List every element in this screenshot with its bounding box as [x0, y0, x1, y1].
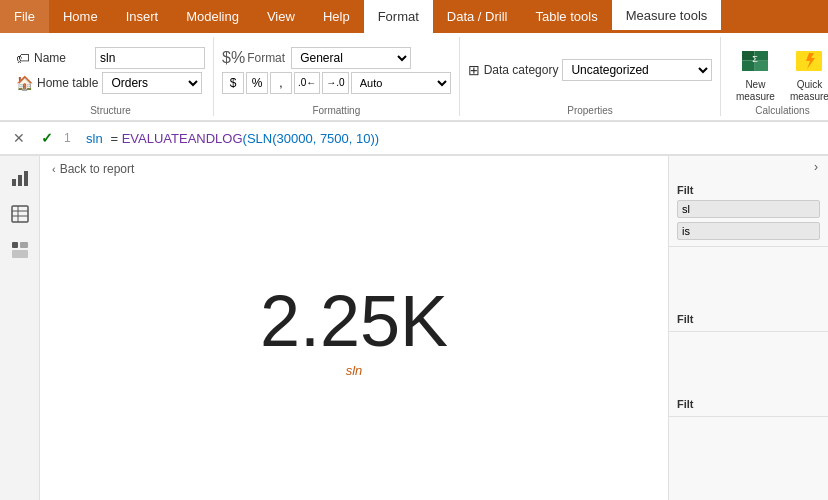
- menu-table-tools[interactable]: Table tools: [521, 0, 611, 33]
- home-table-label: 🏠 Home table: [16, 75, 98, 91]
- data-category-icon: ⊞: [468, 62, 480, 78]
- sidebar-grid-icon[interactable]: [6, 236, 34, 264]
- svg-rect-8: [18, 175, 22, 186]
- formatting-label: Formatting: [222, 103, 451, 116]
- toolbar-group-formatting: $% Format General Decimal Number Whole N…: [214, 37, 460, 116]
- filter-section-1: Filt sl is: [669, 178, 828, 247]
- quick-measure-label: Quick measure: [787, 79, 828, 103]
- cancel-formula-button[interactable]: ✕: [8, 127, 30, 149]
- svg-rect-16: [12, 250, 28, 258]
- new-measure-icon: Σ: [739, 45, 771, 77]
- filter-item-1[interactable]: sl: [677, 200, 820, 218]
- properties-label: Properties: [468, 103, 713, 116]
- sidebar-table-icon[interactable]: [6, 200, 34, 228]
- back-arrow-icon: ‹: [52, 163, 56, 175]
- formula-func: EVALUATEANDLOG: [122, 131, 243, 146]
- main-content: ‹ Back to report 2.25K sln: [40, 156, 668, 500]
- comma-button[interactable]: ,: [270, 72, 292, 94]
- big-buttons: Σ New measure Quick measu: [729, 37, 828, 103]
- format-row: $% Format General Decimal Number Whole N…: [222, 47, 451, 69]
- formatting-content: $% Format General Decimal Number Whole N…: [222, 37, 451, 103]
- content-area: ‹ Back to report 2.25K sln › Filt sl is …: [0, 156, 828, 500]
- back-to-report-text: Back to report: [60, 162, 135, 176]
- menu-measure-tools[interactable]: Measure tools: [612, 0, 722, 33]
- menu-home[interactable]: Home: [49, 0, 112, 33]
- currency-row: $ % , .0← →.0 Auto012: [222, 72, 451, 94]
- menu-view[interactable]: View: [253, 0, 309, 33]
- new-measure-button[interactable]: Σ New measure: [729, 41, 781, 103]
- filter-2-title: Filt: [677, 313, 820, 325]
- structure-label: Structure: [16, 103, 205, 116]
- percent-button[interactable]: %: [246, 72, 268, 94]
- filter-section-3: Filt: [669, 392, 828, 417]
- measure-display: 2.25K sln: [40, 182, 668, 500]
- toolbar-group-calculations: Σ New measure Quick measu: [721, 37, 828, 116]
- format-select[interactable]: General Decimal Number Whole Number Perc…: [291, 47, 411, 69]
- data-category-select[interactable]: Uncategorized Address Country: [562, 59, 712, 81]
- svg-rect-14: [12, 242, 18, 248]
- home-icon: 🏠: [16, 75, 33, 91]
- data-category-row: ⊞ Data category Uncategorized Address Co…: [468, 59, 713, 81]
- quick-measure-button[interactable]: Quick measure: [783, 41, 828, 103]
- format-dollar-icon: $%: [222, 49, 245, 67]
- name-icon: 🏷: [16, 50, 30, 66]
- data-category-label: ⊞ Data category: [468, 62, 559, 78]
- svg-rect-9: [24, 171, 28, 186]
- formula-bar: ✕ ✓ 1 sln = EVALUATEANDLOG(SLN(30000, 75…: [0, 122, 828, 156]
- measure-name-display: sln: [346, 363, 363, 378]
- toolbar-group-structure: 🏷 Name 🏠 Home table Orders Structure: [8, 37, 214, 116]
- svg-text:Σ: Σ: [753, 54, 759, 64]
- name-label: 🏷 Name: [16, 50, 91, 66]
- line-number: 1: [64, 131, 80, 145]
- menu-data-drill[interactable]: Data / Drill: [433, 0, 522, 33]
- left-sidebar: [0, 156, 40, 500]
- menu-format[interactable]: Format: [364, 0, 433, 33]
- format-text-label: Format: [247, 51, 285, 65]
- home-table-row: 🏠 Home table Orders: [16, 72, 205, 94]
- svg-rect-10: [12, 206, 28, 222]
- menu-insert[interactable]: Insert: [112, 0, 173, 33]
- decrease-decimal-button[interactable]: .0←: [294, 72, 320, 94]
- decimal-places-select[interactable]: Auto012: [351, 72, 451, 94]
- sidebar-chart-icon[interactable]: [6, 164, 34, 192]
- formula-op: =: [110, 131, 121, 146]
- format-prefix: $% Format: [222, 49, 287, 67]
- measure-value: 2.25K: [260, 285, 448, 357]
- confirm-formula-button[interactable]: ✓: [36, 127, 58, 149]
- filter-section-2: Filt: [669, 307, 828, 332]
- formula-args: (SLN(30000, 7500, 10)): [243, 131, 380, 146]
- menu-help[interactable]: Help: [309, 0, 364, 33]
- menu-modeling[interactable]: Modeling: [172, 0, 253, 33]
- toolbar: 🏷 Name 🏠 Home table Orders Structure: [0, 33, 828, 121]
- name-row: 🏷 Name: [16, 47, 205, 69]
- menu-file[interactable]: File: [0, 0, 49, 33]
- formula-display: sln = EVALUATEANDLOG(SLN(30000, 7500, 10…: [86, 131, 379, 146]
- back-to-report-link[interactable]: ‹ Back to report: [40, 156, 668, 182]
- structure-content: 🏷 Name 🏠 Home table Orders: [16, 37, 205, 103]
- new-measure-label: New measure: [733, 79, 777, 103]
- formula-var: sln: [86, 131, 103, 146]
- expand-panel-button[interactable]: ›: [810, 156, 828, 178]
- currency-symbol-button[interactable]: $: [222, 72, 244, 94]
- calculations-content: Σ New measure Quick measu: [729, 37, 828, 103]
- menubar: File Home Insert Modeling View Help Form…: [0, 0, 828, 33]
- properties-content: ⊞ Data category Uncategorized Address Co…: [468, 37, 713, 103]
- filter-3-title: Filt: [677, 398, 820, 410]
- right-panel: › Filt sl is Filt Filt: [668, 156, 828, 500]
- increase-decimal-button[interactable]: →.0: [322, 72, 348, 94]
- name-input[interactable]: [95, 47, 205, 69]
- svg-rect-7: [12, 179, 16, 186]
- filter-1-title: Filt: [677, 184, 820, 196]
- toolbar-group-properties: ⊞ Data category Uncategorized Address Co…: [460, 37, 722, 116]
- quick-measure-icon: [793, 45, 825, 77]
- svg-rect-15: [20, 242, 28, 248]
- calculations-label: Calculations: [729, 103, 828, 116]
- filter-item-2[interactable]: is: [677, 222, 820, 240]
- home-table-select[interactable]: Orders: [102, 72, 202, 94]
